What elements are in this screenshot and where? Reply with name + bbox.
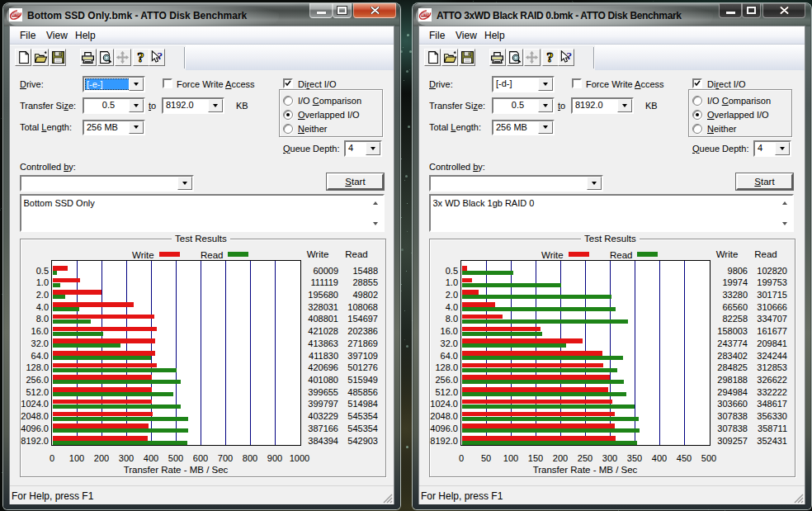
svg-text:?: ? (137, 50, 144, 64)
svg-text:ATTO: ATTO (422, 13, 429, 17)
svg-text:ATTO: ATTO (12, 13, 20, 17)
svg-text:?: ? (546, 50, 554, 64)
